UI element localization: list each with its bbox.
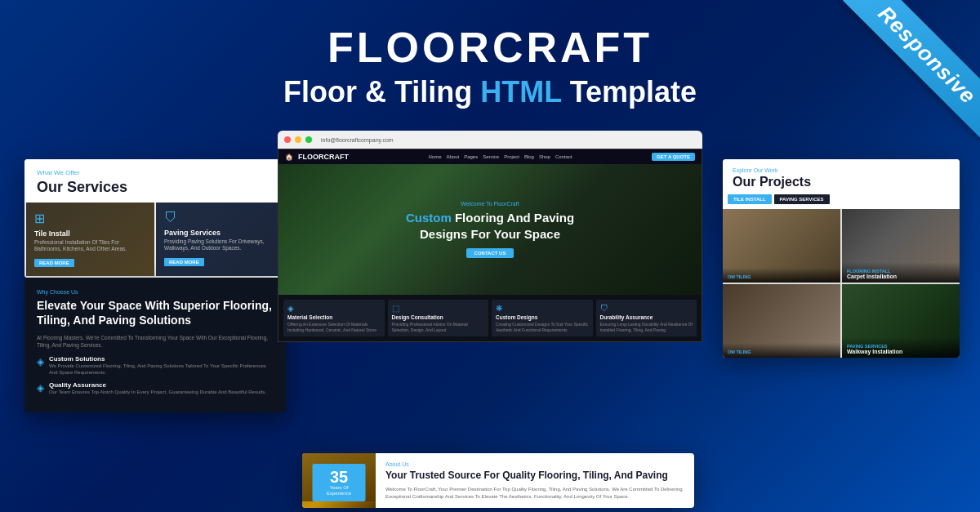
feature-2-text: Providing Professional Advice On Materia… (392, 322, 485, 332)
feature-2-icon: ⬚ (392, 304, 485, 313)
why-card: Why Choose Us Elevate Your Space With Su… (24, 278, 286, 412)
why-item-1-text: We Provide Customized Flooring, Tiling, … (49, 363, 274, 376)
mini-hero-content: Welcome To FloorCraft Custom Flooring An… (406, 201, 574, 258)
ribbon-label: Responsive (843, 0, 980, 139)
projects-card: Explore Our Work Our Projects TILE INSTA… (723, 159, 960, 358)
feature-4-title: Durability Assurance (600, 314, 693, 320)
why-item-2: ◈ Quality Assurance Our Team Ensures Top… (37, 381, 274, 396)
project-overlay-2: FLOORING INSTALL Carpet Installation (842, 262, 960, 283)
browser-mockup: info@floorcraftcompany.com 🏠 FLOORCRAFT … (278, 131, 702, 342)
feature-1: ◈ Material Selection Offering An Extensi… (283, 300, 385, 336)
service-item-paving[interactable]: ⛉ Paving Services Providing Paving Solut… (156, 203, 284, 276)
why-tag: Why Choose Us (37, 289, 274, 295)
project-item-2[interactable]: FLOORING INSTALL Carpet Installation (842, 209, 960, 283)
feature-1-title: Material Selection (287, 314, 381, 320)
tile-icon: ⊞ (34, 211, 146, 226)
years-number: 35 (319, 469, 359, 485)
why-icon-2: ◈ (37, 382, 44, 394)
project-overlay-4: PAVING SERVICES Walkway Installation (842, 337, 960, 358)
project-name-4: Walkway Installation (847, 349, 955, 354)
mini-nav: 🏠 FLOORCRAFT Home About Pages Service Pr… (278, 149, 702, 164)
services-title: Our Services (37, 179, 274, 196)
project-cat-3: om Tiling (728, 349, 835, 354)
why-icon-1: ◈ (37, 356, 44, 367)
paving-desc: Providing Paving Solutions For Driveways… (164, 238, 276, 252)
project-overlay-3: om Tiling (723, 343, 840, 358)
feature-3-text: Creating Customized Designs To Suit Your… (496, 322, 589, 332)
responsive-ribbon: Responsive (800, 0, 980, 180)
feature-4-text: Ensuring Long-Lasting Durability And Res… (600, 322, 693, 332)
project-item-4[interactable]: PAVING SERVICES Walkway Installation (842, 284, 960, 358)
browser-bar: info@floorcraftcompany.com (278, 131, 702, 149)
about-title: Your Trusted Source For Quality Flooring… (385, 470, 684, 483)
right-panel: Explore Our Work Our Projects TILE INSTA… (723, 159, 960, 358)
why-title: Elevate Your Space With Superior Floorin… (37, 298, 274, 327)
why-item-2-title: Quality Assurance (49, 381, 266, 389)
browser-dot-green (305, 136, 312, 143)
mini-nav-cta[interactable]: GET A QUOTE (652, 153, 695, 161)
mini-hero: Welcome To FloorCraft Custom Flooring An… (278, 164, 702, 295)
why-desc: At Flooring Masters, We're Committed To … (37, 334, 274, 349)
feature-3-title: Custom Designs (496, 314, 589, 320)
tagline-html: HTML (480, 75, 561, 109)
mini-nav-logo: FLOORCRAFT (298, 153, 349, 161)
years-badge: 35 Years Of Experience (313, 464, 366, 501)
services-card: What We Offer Our Services ⊞ Tile Instal… (24, 159, 286, 278)
left-panel: What We Offer Our Services ⊞ Tile Instal… (24, 159, 286, 412)
services-tag: What We Offer (37, 169, 274, 176)
paving-btn[interactable]: READ MORE (164, 258, 204, 266)
feature-2-title: Design Consultation (392, 314, 485, 320)
browser-url: info@floorcraftcompany.com (321, 137, 394, 143)
feature-3-icon: ❋ (496, 304, 589, 313)
browser-dot-red (284, 136, 291, 143)
about-content: About Us Your Trusted Source For Quality… (376, 453, 694, 508)
feature-1-icon: ◈ (287, 304, 381, 313)
mini-hero-title: Custom Flooring And Paving Designs For Y… (406, 210, 574, 242)
about-tag: About Us (385, 461, 684, 467)
services-header: What We Offer Our Services (24, 159, 286, 203)
mini-hero-cta[interactable]: CONTACT US (466, 248, 514, 258)
tile-name: Tile Install (34, 229, 146, 238)
project-item-1[interactable]: om Tiling (723, 209, 840, 283)
project-item-3[interactable]: om Tiling (723, 284, 840, 358)
about-image: 35 Years Of Experience (302, 453, 376, 508)
tab-paving-services[interactable]: PAVING SERVICES (774, 194, 830, 204)
paving-icon: ⛉ (164, 211, 276, 225)
mini-nav-links: Home About Pages Service Project Blog Sh… (428, 154, 572, 159)
why-item-1-title: Custom Solutions (49, 355, 274, 363)
services-grid: ⊞ Tile Install Professional Installation… (24, 203, 286, 278)
browser-dot-yellow (295, 136, 301, 143)
project-overlay-1: om Tiling (723, 268, 840, 283)
browser-screen: 🏠 FLOORCRAFT Home About Pages Service Pr… (278, 149, 702, 342)
years-label: Years Of Experience (319, 485, 359, 496)
mini-hero-tag: Welcome To FloorCraft (406, 201, 574, 207)
feature-3: ❋ Custom Designs Creating Customized Des… (492, 300, 593, 336)
tab-tile-install[interactable]: TILE INSTALL (728, 194, 772, 204)
projects-tabs: TILE INSTALL PAVING SERVICES (723, 194, 960, 209)
paving-name: Paving Services (164, 229, 276, 237)
mid-bottom-section: 35 Years Of Experience About Us Your Tru… (302, 453, 694, 508)
feature-1-text: Offering An Extensive Selection Of Mater… (287, 322, 381, 332)
why-item-2-text: Our Team Ensures Top-Notch Quality In Ev… (49, 390, 266, 396)
why-item-1: ◈ Custom Solutions We Provide Customized… (37, 355, 274, 376)
projects-grid: om Tiling FLOORING INSTALL Carpet Instal… (723, 209, 960, 358)
service-item-tile[interactable]: ⊞ Tile Install Professional Installation… (26, 203, 154, 276)
tile-btn[interactable]: READ MORE (34, 259, 74, 267)
feature-4-icon: ⛉ (600, 304, 693, 313)
project-name-2: Carpet Installation (847, 274, 955, 279)
feature-2: ⬚ Design Consultation Providing Professi… (388, 300, 489, 336)
tile-desc: Professional Installation Of Tiles For B… (34, 239, 146, 253)
feature-4: ⛉ Durability Assurance Ensuring Long-Las… (596, 300, 697, 336)
tagline-part1: Floor & Tiling (283, 75, 472, 109)
about-desc: Welcome To FloorCraft, Your Premier Dest… (385, 486, 684, 500)
mini-features: ◈ Material Selection Offering An Extensi… (278, 295, 702, 341)
project-cat-1: om Tiling (728, 274, 835, 279)
tagline-part2: Template (570, 75, 697, 109)
about-card: 35 Years Of Experience About Us Your Tru… (302, 453, 694, 508)
